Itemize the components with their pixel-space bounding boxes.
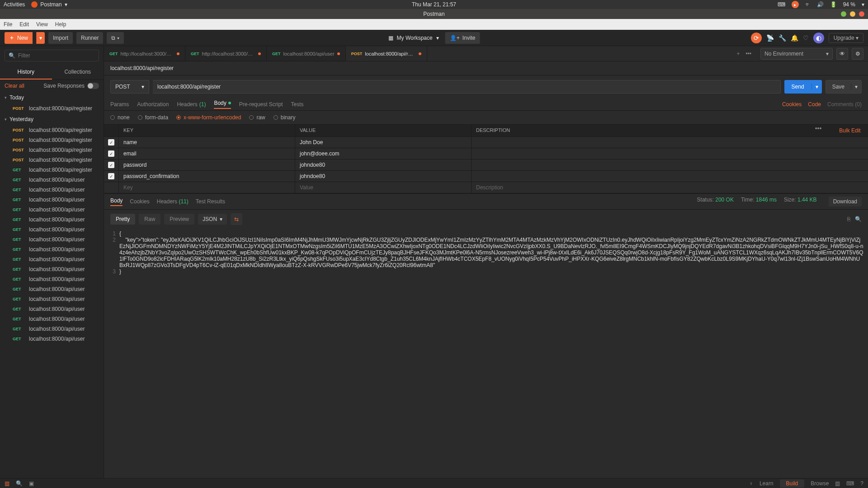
tab-menu-button[interactable]: •••	[745, 51, 751, 57]
request-tab[interactable]: GEThttp://localhost:3000/api/locatio	[185, 46, 267, 61]
history-item[interactable]: GETlocalhost:8000/api/user	[0, 324, 104, 334]
subtab-tests[interactable]: Tests	[291, 101, 303, 108]
bulk-edit-button[interactable]: Bulk Edit	[832, 125, 868, 136]
method-selector[interactable]: POST ▾	[110, 80, 149, 94]
history-item[interactable]: POSTlocalhost:8000/api/register	[0, 155, 104, 165]
history-item[interactable]: POSTlocalhost:8000/api/register	[0, 103, 104, 113]
settings-button[interactable]: ⚙	[852, 48, 863, 60]
history-section[interactable]: ▾Today	[0, 92, 104, 103]
sidebar-filter-input[interactable]	[18, 52, 95, 59]
kv-key-cell[interactable]: password_confirmation	[118, 171, 295, 182]
new-button[interactable]: ＋New	[5, 32, 33, 44]
kv-value-cell[interactable]: johndoe80	[295, 160, 471, 170]
help-icon[interactable]: ?	[860, 480, 863, 487]
workspace-selector[interactable]: ▦ My Workspace ▾	[388, 35, 439, 41]
browse-link[interactable]: Browse	[811, 480, 829, 487]
os-app-indicator[interactable]: Postman ▾	[31, 1, 67, 8]
download-button[interactable]: Download	[829, 197, 862, 206]
upgrade-button[interactable]: Upgrade ▾	[829, 33, 863, 43]
window-chooser-button[interactable]: ⧉ ▾	[107, 32, 123, 44]
bootcamp-icon[interactable]: ♀	[749, 480, 753, 487]
history-section[interactable]: ▾Yesterday	[0, 113, 104, 125]
fmt-lang-selector[interactable]: JSON ▾	[198, 214, 227, 225]
window-maximize-button[interactable]	[850, 11, 855, 17]
kv-key-cell[interactable]: email	[118, 148, 295, 159]
environment-selector[interactable]: No Environment ▾	[760, 48, 833, 60]
sidebar-tab-history[interactable]: History	[0, 65, 52, 80]
sync-icon[interactable]: ⟳	[751, 33, 762, 43]
save-button[interactable]: Save ▾	[826, 80, 862, 94]
keyboard-icon[interactable]: ⌨	[778, 1, 785, 8]
menu-view[interactable]: View	[36, 21, 48, 28]
kv-desc-cell[interactable]	[471, 148, 868, 159]
row-checkbox[interactable]: ✓	[108, 139, 114, 145]
window-close-button[interactable]	[859, 11, 864, 17]
row-checkbox[interactable]: ✓	[108, 162, 114, 168]
kv-value-cell[interactable]: John Doe	[295, 137, 471, 148]
history-item[interactable]: GETlocalhost:8000/api/user	[0, 244, 104, 254]
runner-button[interactable]: Runner	[76, 32, 103, 44]
code-link[interactable]: Code	[808, 101, 821, 108]
kv-key-cell[interactable]: name	[118, 137, 295, 148]
learn-link[interactable]: Learn	[760, 480, 774, 487]
activities-label[interactable]: Activities	[4, 1, 25, 8]
new-button-caret[interactable]: ▾	[36, 32, 45, 44]
response-tab-cookies[interactable]: Cookies	[130, 198, 149, 205]
url-input[interactable]: localhost:8000/api/register	[153, 80, 781, 94]
subtab-body[interactable]: Body	[214, 100, 231, 109]
history-item[interactable]: GETlocalhost:8000/api/user	[0, 264, 104, 274]
kv-desc-cell[interactable]	[471, 137, 868, 148]
history-item[interactable]: GETlocalhost:8000/api/user	[0, 274, 104, 284]
history-item[interactable]: GETlocalhost:8000/api/user	[0, 254, 104, 264]
avatar[interactable]: ◐	[813, 33, 824, 43]
history-item[interactable]: GETlocalhost:8000/api/user	[0, 334, 104, 344]
history-item[interactable]: GETlocalhost:8000/api/register	[0, 165, 104, 175]
history-item[interactable]: POSTlocalhost:8000/api/register	[0, 125, 104, 135]
send-button[interactable]: Send ▾	[784, 80, 822, 94]
history-item[interactable]: GETlocalhost:8000/api/user	[0, 294, 104, 304]
fmt-raw[interactable]: Raw	[139, 214, 160, 225]
kv-row-empty[interactable]: Key Value Description	[104, 182, 868, 193]
new-tab-button[interactable]: ＋	[736, 50, 741, 57]
kv-desc-cell[interactable]	[471, 171, 868, 182]
copy-icon[interactable]: ⎘	[847, 216, 850, 222]
fmt-pretty[interactable]: Pretty	[110, 214, 135, 225]
fmt-preview[interactable]: Preview	[164, 214, 194, 225]
history-item[interactable]: GETlocalhost:8000/api/user	[0, 314, 104, 324]
wrench-icon[interactable]: 🔧	[778, 34, 786, 42]
invite-button[interactable]: 👤+Invite	[445, 32, 480, 44]
shortcuts-icon[interactable]: ⌨	[846, 480, 854, 487]
build-link[interactable]: Build	[780, 479, 805, 488]
import-button[interactable]: Import	[48, 32, 73, 44]
comments-link[interactable]: Comments (0)	[827, 101, 862, 108]
request-tab[interactable]: GEThttp://localhost:3000/api/locatio	[104, 46, 185, 61]
subtab-headers[interactable]: Headers (1)	[177, 101, 206, 108]
subtab-prerequest[interactable]: Pre-request Script	[239, 101, 283, 108]
kv-key-cell[interactable]: password	[118, 160, 295, 170]
environment-quicklook-button[interactable]: 👁	[836, 48, 848, 60]
satellite-icon[interactable]: 📡	[766, 34, 774, 42]
kv-desc-cell[interactable]	[471, 160, 868, 170]
search-icon[interactable]: 🔍	[855, 216, 862, 222]
body-type-binary[interactable]: binary	[274, 114, 296, 121]
send-caret[interactable]: ▾	[811, 84, 822, 90]
body-type-urlencoded[interactable]: x-www-form-urlencoded	[176, 114, 241, 121]
row-checkbox[interactable]: ✓	[108, 173, 114, 179]
request-tab[interactable]: GETlocalhost:8000/api/user	[267, 46, 346, 61]
menu-help[interactable]: Help	[55, 21, 66, 28]
history-item[interactable]: GETlocalhost:8000/api/user	[0, 304, 104, 314]
menu-edit[interactable]: Edit	[19, 21, 29, 28]
history-item[interactable]: GETlocalhost:8000/api/user	[0, 195, 104, 205]
kv-value-cell[interactable]: johndoe80	[295, 171, 471, 182]
history-item[interactable]: POSTlocalhost:8000/api/register	[0, 145, 104, 155]
body-type-none[interactable]: none	[110, 114, 130, 121]
save-responses-toggle[interactable]	[87, 83, 99, 89]
cookies-link[interactable]: Cookies	[782, 101, 802, 108]
response-tab-tests[interactable]: Test Results	[196, 198, 225, 205]
console-icon[interactable]: ▣	[29, 480, 34, 487]
body-type-formdata[interactable]: form-data	[138, 114, 168, 121]
heart-icon[interactable]: ♡	[803, 34, 809, 42]
sidebar-filter[interactable]: 🔍	[5, 50, 99, 61]
subtab-authorization[interactable]: Authorization	[137, 101, 169, 108]
sidebar-tab-collections[interactable]: Collections	[52, 65, 104, 80]
